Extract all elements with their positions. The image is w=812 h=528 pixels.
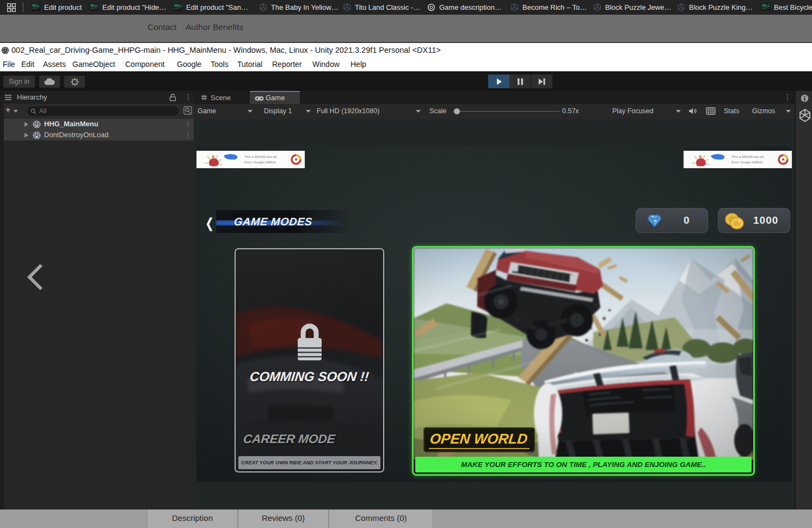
svg-text:This a 320x50 test ad: This a 320x50 test ad <box>731 155 764 158</box>
svg-text:From Google AdMob.: From Google AdMob. <box>244 160 276 164</box>
svg-text:This a 320x50 test ad: This a 320x50 test ad <box>244 155 277 158</box>
svg-text:From Google AdMob.: From Google AdMob. <box>731 160 764 164</box>
